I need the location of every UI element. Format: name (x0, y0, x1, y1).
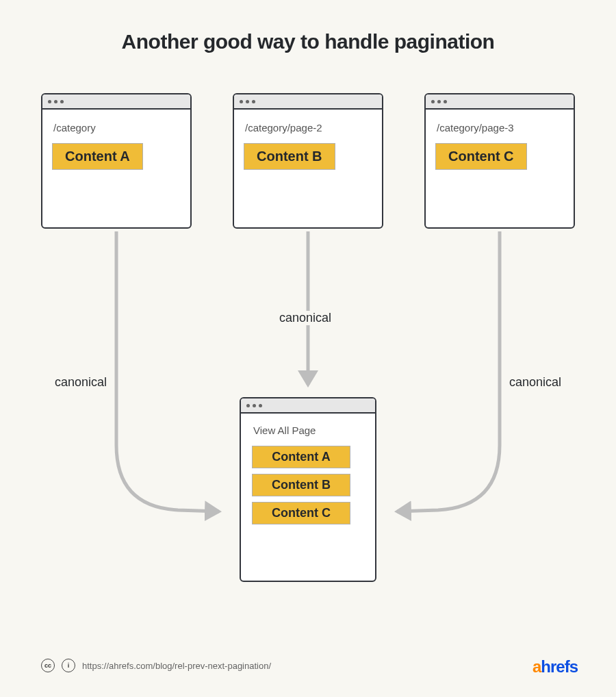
view-all-chip-c: Content C (252, 502, 350, 524)
brand-rest: hrefs (541, 657, 578, 676)
page-window-3: /category/page-3 Content C (424, 93, 575, 229)
content-chip-a: Content A (52, 143, 143, 170)
window-titlebar (426, 94, 574, 110)
window-control-dot (437, 100, 441, 103)
view-all-window: View All Page Content A Content B Conten… (240, 397, 376, 582)
content-chip-b: Content B (244, 143, 335, 170)
window-control-dot (253, 404, 256, 407)
source-url: https://ahrefs.com/blog/rel-prev-next-pa… (82, 661, 271, 671)
window-control-dot (60, 100, 64, 103)
window-control-dot (246, 404, 250, 407)
window-control-dot (240, 100, 243, 103)
window-body: /category/page-2 Content B (234, 110, 382, 227)
window-control-dot (252, 100, 255, 103)
window-control-dot (259, 404, 262, 407)
view-all-title: View All Page (253, 424, 364, 436)
ahrefs-logo: ahrefs (532, 657, 578, 676)
page-url-1: /category (53, 122, 181, 134)
page-window-2: /category/page-2 Content B (233, 93, 383, 229)
window-body: /category Content A (42, 110, 190, 227)
diagram-canvas: Another good way to handle pagination /c… (0, 0, 616, 697)
window-body: /category/page-3 Content C (426, 110, 574, 227)
page-url-2: /category/page-2 (245, 122, 372, 134)
view-all-chip-b: Content B (252, 474, 350, 496)
content-chip-c: Content C (435, 143, 527, 170)
brand-letter-a: a (532, 657, 541, 676)
canonical-label-right: canonical (506, 375, 564, 390)
page-window-1: /category Content A (41, 93, 192, 229)
window-control-dot (431, 100, 435, 103)
canonical-label-left: canonical (52, 375, 110, 390)
window-control-dot (54, 100, 57, 103)
footer: cc i https://ahrefs.com/blog/rel-prev-ne… (41, 659, 271, 672)
window-titlebar (42, 94, 190, 110)
window-control-dot (246, 100, 249, 103)
window-titlebar (234, 94, 382, 110)
window-body: View All Page Content A Content B Conten… (241, 414, 375, 581)
canonical-label-middle: canonical (277, 311, 334, 325)
view-all-chip-a: Content A (252, 446, 350, 468)
window-control-dot (444, 100, 447, 103)
window-titlebar (241, 398, 375, 414)
page-url-3: /category/page-3 (437, 122, 564, 134)
attribution-icon: i (62, 659, 75, 672)
window-control-dot (48, 100, 51, 103)
diagram-title: Another good way to handle pagination (0, 30, 616, 53)
cc-icon: cc (41, 659, 55, 672)
